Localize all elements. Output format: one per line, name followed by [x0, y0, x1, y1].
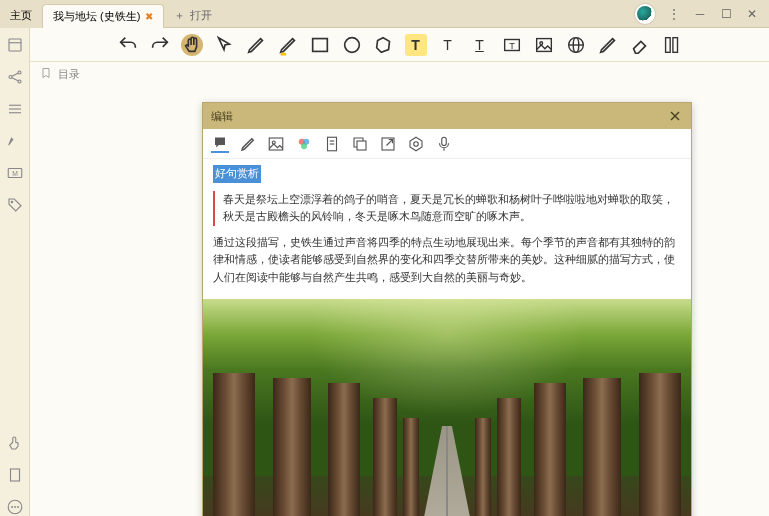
pencil2-icon[interactable]: [597, 34, 619, 56]
menu-icon[interactable]: ⋮: [667, 7, 681, 21]
color-icon[interactable]: [295, 135, 313, 153]
pen-icon[interactable]: [6, 132, 24, 150]
comment-icon[interactable]: [211, 135, 229, 153]
more-icon[interactable]: [6, 498, 24, 516]
svg-point-12: [11, 201, 13, 203]
svg-rect-32: [269, 138, 283, 150]
hand-icon[interactable]: [181, 34, 203, 56]
svg-rect-40: [357, 141, 366, 150]
svg-point-3: [18, 71, 21, 74]
pencil-icon[interactable]: [245, 34, 267, 56]
edit-icon[interactable]: [239, 135, 257, 153]
svg-point-43: [414, 141, 419, 146]
paragraph: 通过这段描写，史铁生通过声音将四季的特点生动地展现出来。每个季节的声音都有其独特…: [213, 234, 681, 287]
mic-icon[interactable]: [435, 135, 453, 153]
editor-toolbar: [203, 129, 691, 159]
settings-icon[interactable]: [407, 135, 425, 153]
svg-line-6: [12, 78, 18, 81]
svg-marker-42: [410, 137, 422, 151]
svg-rect-19: [312, 38, 327, 51]
image-icon[interactable]: [533, 34, 555, 56]
text-icon[interactable]: T: [437, 34, 459, 56]
maximize-icon[interactable]: ☐: [719, 7, 733, 21]
editor-image: [203, 299, 691, 516]
page-icon[interactable]: [6, 466, 24, 484]
share-icon[interactable]: [6, 68, 24, 86]
svg-rect-28: [665, 37, 670, 52]
quote-block: 春天是祭坛上空漂浮着的鸽子的哨音，夏天是冗长的蝉歌和杨树叶子哗啦啦地对蝉歌的取笑…: [213, 191, 681, 226]
pointer-icon[interactable]: [213, 34, 235, 56]
new-tab[interactable]: ＋ 打开: [164, 4, 222, 28]
highlighter-icon[interactable]: [277, 34, 299, 56]
svg-text:M: M: [12, 170, 18, 177]
new-tab-label: 打开: [190, 8, 212, 23]
minimize-icon[interactable]: ─: [693, 7, 707, 21]
svg-point-4: [18, 80, 21, 83]
editor-content[interactable]: 好句赏析 春天是祭坛上空漂浮着的鸽子的哨音，夏天是冗长的蝉歌和杨树叶子哗啦啦地对…: [203, 159, 691, 299]
editor-title: 编辑: [211, 109, 233, 124]
tab-close-icon[interactable]: ✖: [145, 11, 153, 22]
svg-point-36: [301, 143, 307, 149]
copy-icon[interactable]: [351, 135, 369, 153]
content-area: T T T T 目录 编辑: [30, 28, 769, 516]
svg-rect-44: [442, 137, 447, 145]
undo-icon[interactable]: [117, 34, 139, 56]
toc-label[interactable]: 目录: [58, 67, 80, 82]
main-toolbar: T T T T: [30, 28, 769, 62]
close-icon[interactable]: ✕: [745, 7, 759, 21]
left-sidebar: M: [0, 28, 30, 516]
touch-icon[interactable]: [6, 434, 24, 452]
svg-rect-13: [10, 469, 19, 481]
editor-panel: 编辑 好句赏析 春天是祭坛上空漂浮着的鸽子的哨音，夏天是冗长的蝉歌和杨树叶子哗啦…: [202, 102, 692, 516]
svg-point-20: [344, 37, 359, 52]
text-highlight-icon[interactable]: T: [405, 34, 427, 56]
content-title: 好句赏析: [213, 165, 261, 183]
svg-rect-23: [536, 38, 551, 51]
circle-icon[interactable]: [341, 34, 363, 56]
user-avatar[interactable]: [635, 4, 655, 24]
editor-close-icon[interactable]: [667, 108, 683, 124]
polygon-icon[interactable]: [373, 34, 395, 56]
home-tab[interactable]: 主页: [0, 4, 42, 28]
globe-icon[interactable]: [565, 34, 587, 56]
svg-text:T: T: [509, 40, 515, 50]
sub-toolbar: 目录: [30, 62, 769, 86]
text-box-icon[interactable]: T: [501, 34, 523, 56]
active-tab-label: 我与地坛 (史铁生): [53, 9, 140, 24]
redo-icon[interactable]: [149, 34, 171, 56]
svg-rect-29: [672, 37, 677, 52]
svg-point-17: [17, 507, 18, 508]
svg-rect-0: [9, 39, 21, 51]
text-underline-icon[interactable]: T: [469, 34, 491, 56]
titlebar: 主页 我与地坛 (史铁生) ✖ ＋ 打开 ⋮ ─ ☐ ✕: [0, 0, 769, 28]
svg-point-2: [9, 76, 12, 79]
doc-icon[interactable]: [323, 135, 341, 153]
svg-point-16: [14, 507, 15, 508]
editor-header[interactable]: 编辑: [203, 103, 691, 129]
picture-icon[interactable]: [267, 135, 285, 153]
tag-icon[interactable]: [6, 196, 24, 214]
book-icon[interactable]: [6, 36, 24, 54]
export-icon[interactable]: [379, 135, 397, 153]
plus-icon: ＋: [174, 8, 185, 23]
ruler-icon[interactable]: [661, 34, 683, 56]
svg-point-15: [11, 507, 12, 508]
active-tab[interactable]: 我与地坛 (史铁生) ✖: [42, 4, 164, 28]
markdown-icon[interactable]: M: [6, 164, 24, 182]
list-icon[interactable]: [6, 100, 24, 118]
svg-line-5: [12, 73, 18, 76]
bookmark-icon[interactable]: [40, 67, 52, 81]
rectangle-icon[interactable]: [309, 34, 331, 56]
eraser-icon[interactable]: [629, 34, 651, 56]
